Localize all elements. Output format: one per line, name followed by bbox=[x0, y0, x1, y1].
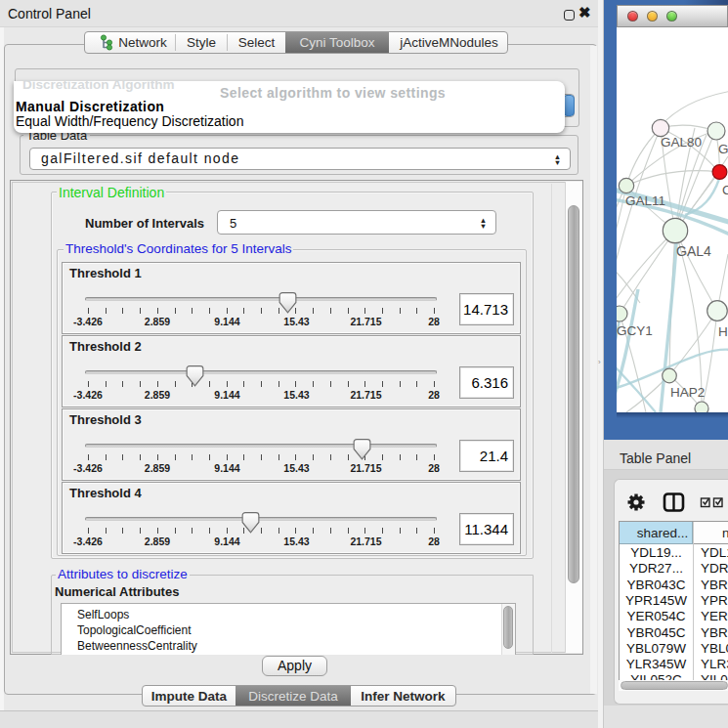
svg-text:GAL80: GAL80 bbox=[661, 135, 702, 150]
svg-text:HAP2: HAP2 bbox=[670, 385, 705, 400]
svg-text:GCY1: GCY1 bbox=[617, 323, 653, 338]
svg-text:G.: G. bbox=[718, 142, 728, 156]
svg-text:H: H bbox=[718, 324, 728, 339]
svg-text:GAL11: GAL11 bbox=[625, 193, 665, 208]
svg-text:C: C bbox=[722, 183, 728, 197]
svg-text:GAL4: GAL4 bbox=[676, 243, 711, 259]
